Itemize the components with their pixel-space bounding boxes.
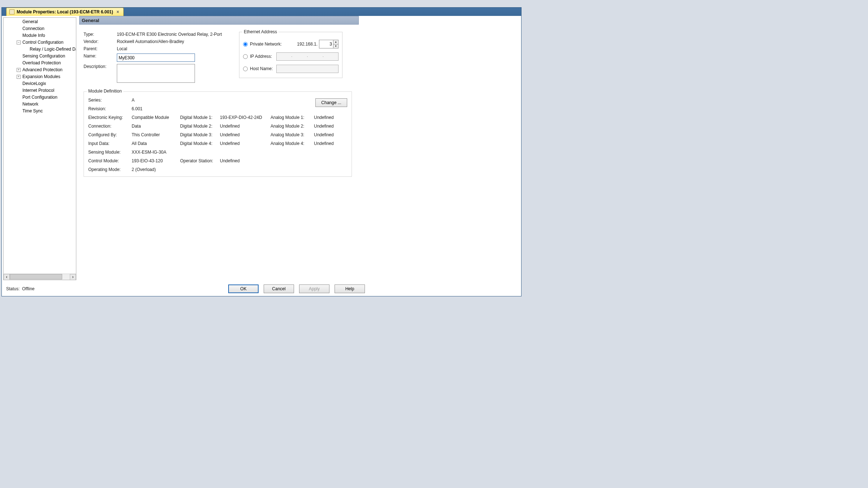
- tree-item-time-sync[interactable]: Time Sync: [4, 108, 76, 115]
- am1-label: Analog Module 1:: [271, 115, 314, 120]
- am4-value: Undefined: [314, 141, 343, 146]
- tree-item-label: Internet Protocol: [22, 88, 54, 93]
- tree-item-advanced-protection[interactable]: +Advanced Protection: [4, 67, 76, 73]
- tree-item-label: Connection: [22, 26, 44, 31]
- category-tree-panel: GeneralConnectionModule Info−Control Con…: [3, 17, 76, 280]
- description-input[interactable]: [117, 64, 195, 83]
- apply-button[interactable]: Apply: [299, 284, 329, 293]
- ethernet-address-group: Ethernet Address Private Network: 192.16…: [239, 32, 342, 78]
- tree-expander-icon[interactable]: −: [17, 40, 21, 44]
- os-value: Undefined: [220, 158, 271, 163]
- name-input[interactable]: [117, 53, 195, 62]
- tree-item-label: Module Info: [22, 33, 45, 38]
- close-icon[interactable]: ×: [115, 9, 120, 14]
- document-tabstrip: Module Properties: Local (193-ECM-ETR 6.…: [2, 8, 521, 16]
- tree-item-label: Network: [22, 102, 38, 107]
- series-label: Series:: [88, 98, 132, 103]
- private-octet-stepper[interactable]: ▲ ▼: [319, 40, 339, 48]
- private-network-radio[interactable]: [243, 42, 248, 47]
- dialog-footer: Status: Offline OK Cancel Apply Help: [2, 282, 521, 296]
- tree-item-expansion-modules[interactable]: +Expansion Modules: [4, 73, 76, 80]
- scroll-right-icon[interactable]: ›: [70, 274, 76, 280]
- inp-value: All Data: [132, 141, 180, 146]
- tree-item-label: Control Configuration: [22, 40, 63, 45]
- vendor-label: Vendor:: [84, 39, 117, 44]
- tree-item-label: Advanced Protection: [22, 67, 63, 72]
- opmode-label: Operating Mode:: [88, 167, 132, 172]
- private-network-label: Private Network:: [250, 42, 282, 47]
- tree-item-sensing-configuration[interactable]: Sensing Configuration: [4, 53, 76, 60]
- conn-value: Data: [132, 124, 180, 129]
- private-octet-input[interactable]: [319, 40, 333, 48]
- revision-value: 6.001: [132, 106, 180, 111]
- category-tree[interactable]: GeneralConnectionModule Info−Control Con…: [4, 18, 76, 115]
- host-name-radio[interactable]: [243, 67, 248, 71]
- page-title: General: [79, 16, 359, 25]
- ekeying-value: Compatible Module: [132, 115, 180, 120]
- cancel-button[interactable]: Cancel: [264, 284, 294, 293]
- sens-value: XXX-ESM-IG-30A: [132, 150, 180, 155]
- module-definition-legend: Module Definition: [87, 89, 123, 94]
- revision-label: Revision:: [88, 106, 132, 111]
- tab-module-properties[interactable]: Module Properties: Local (193-ECM-ETR 6.…: [6, 8, 124, 16]
- scroll-left-icon[interactable]: ‹: [4, 274, 10, 280]
- tree-item-general[interactable]: General: [4, 18, 76, 25]
- scroll-thumb[interactable]: [10, 274, 62, 279]
- change-button[interactable]: Change ...: [315, 98, 347, 107]
- module-properties-window: Module Properties: Local (193-ECM-ETR 6.…: [1, 7, 522, 296]
- type-label: Type:: [84, 32, 117, 37]
- ip-address-label: IP Address:: [250, 54, 272, 59]
- ctrl-label: Control Module:: [88, 158, 132, 163]
- tree-item-overload-protection[interactable]: Overload Protection: [4, 60, 76, 67]
- name-label: Name:: [84, 53, 117, 59]
- inp-label: Input Data:: [88, 141, 132, 146]
- tree-item-label: General: [22, 19, 38, 24]
- tree-item-devicelogix[interactable]: DeviceLogix: [4, 80, 76, 87]
- am3-value: Undefined: [314, 132, 343, 137]
- host-name-label: Host Name:: [250, 66, 273, 71]
- ip-address-radio[interactable]: [243, 54, 248, 59]
- tree-item-label: DeviceLogix: [22, 81, 46, 86]
- am4-label: Analog Module 4:: [271, 141, 314, 146]
- ekeying-label: Electronic Keying:: [88, 115, 132, 120]
- type-value: 193-ECM-ETR E300 Electronic Overload Rel…: [117, 32, 222, 37]
- tree-item-port-configuration[interactable]: Port Configuration: [4, 94, 76, 101]
- general-form: Type: 193-ECM-ETR E300 Electronic Overlo…: [79, 25, 359, 180]
- opmode-value: 2 (Overload): [132, 167, 180, 172]
- tree-item-connection[interactable]: Connection: [4, 25, 76, 32]
- tree-item-label: Expansion Modules: [22, 74, 60, 79]
- status-value: Offline: [22, 286, 34, 291]
- tree-item-module-info[interactable]: Module Info: [4, 32, 76, 39]
- stepper-down-icon[interactable]: ▼: [333, 44, 338, 48]
- tree-item-network[interactable]: Network: [4, 101, 76, 108]
- status-label: Status:: [6, 286, 20, 291]
- tree-expander-icon[interactable]: +: [17, 75, 21, 79]
- dm2-label: Digital Module 2:: [180, 124, 220, 129]
- scroll-track[interactable]: [10, 274, 70, 280]
- dialog-body: GeneralConnectionModule Info−Control Con…: [2, 16, 521, 282]
- tree-expander-icon[interactable]: +: [17, 68, 21, 72]
- tree-item-label: Port Configuration: [22, 95, 58, 100]
- tree-item-control-configuration[interactable]: −Control Configuration: [4, 39, 76, 46]
- ip-address-input[interactable]: ···: [276, 52, 339, 61]
- status-bar: Status: Offline: [6, 286, 35, 291]
- tree-item-internet-protocol[interactable]: Internet Protocol: [4, 87, 76, 94]
- cfg-label: Configured By:: [88, 132, 132, 137]
- dm3-label: Digital Module 3:: [180, 132, 220, 137]
- host-name-input[interactable]: [276, 65, 339, 73]
- tree-h-scrollbar[interactable]: ‹ ›: [4, 274, 76, 280]
- stepper-up-icon[interactable]: ▲: [333, 40, 338, 44]
- help-button[interactable]: Help: [335, 284, 365, 293]
- vendor-value: Rockwell Automation/Allen-Bradley: [117, 39, 184, 44]
- ethernet-legend: Ethernet Address: [242, 29, 278, 34]
- dm4-label: Digital Module 4:: [180, 141, 220, 146]
- tree-item-label: Time Sync: [22, 108, 43, 114]
- tree-item-relay-logic-defined-data[interactable]: Relay / Logic-Defined Data: [4, 46, 76, 53]
- tree-item-label: Overload Protection: [22, 60, 61, 65]
- am3-label: Analog Module 3:: [271, 132, 314, 137]
- os-label: Operator Station:: [180, 158, 220, 163]
- am2-label: Analog Module 2:: [271, 124, 314, 129]
- ok-button[interactable]: OK: [228, 284, 259, 293]
- module-icon: [9, 9, 14, 14]
- dm2-value: Undefined: [220, 124, 271, 129]
